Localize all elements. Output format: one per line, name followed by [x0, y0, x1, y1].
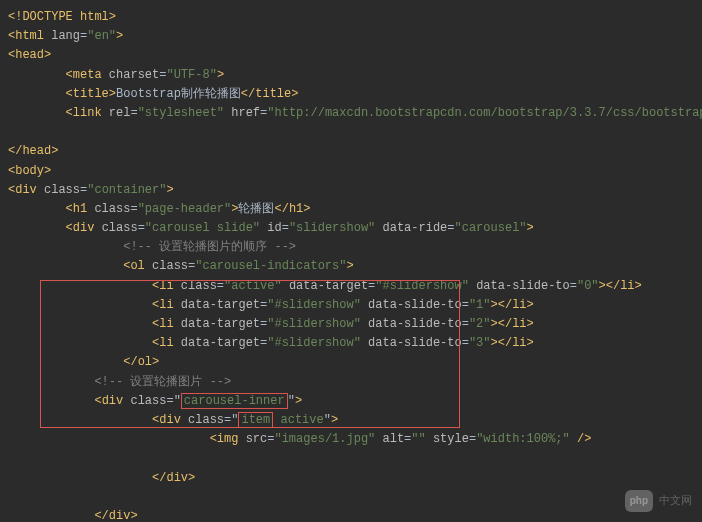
code-editor: <!DOCTYPE html><html lang="en"><head> <m… — [8, 8, 694, 522]
code-line: <div class="carousel slide" id="slidersh… — [8, 219, 694, 238]
code-line: <!-- 设置轮播图片 --> — [8, 373, 694, 392]
code-line: <li data-target="#slidershow" data-slide… — [8, 334, 694, 353]
code-line: <div class="item active"> — [8, 411, 694, 430]
code-line: <link rel="stylesheet" href="http://maxc… — [8, 104, 694, 123]
code-line — [8, 123, 694, 142]
watermark: php 中文网 — [625, 490, 692, 512]
code-line: <!-- 设置轮播图片的顺序 --> — [8, 238, 694, 257]
code-line: </ol> — [8, 353, 694, 372]
code-line: <li data-target="#slidershow" data-slide… — [8, 296, 694, 315]
code-line: <h1 class="page-header">轮播图</h1> — [8, 200, 694, 219]
code-line: <html lang="en"> — [8, 27, 694, 46]
watermark-text: 中文网 — [659, 492, 692, 510]
code-line — [8, 488, 694, 507]
watermark-logo: php — [625, 490, 653, 512]
code-line: </div> — [8, 507, 694, 522]
code-line: </div> — [8, 469, 694, 488]
code-line: </head> — [8, 142, 694, 161]
code-line: <li class="active" data-target="#sliders… — [8, 277, 694, 296]
code-line: <!DOCTYPE html> — [8, 8, 694, 27]
code-line: <meta charset="UTF-8"> — [8, 66, 694, 85]
code-line: <title>Bootstrap制作轮播图</title> — [8, 85, 694, 104]
code-line — [8, 449, 694, 468]
code-line: <img src="images/1.jpg" alt="" style="wi… — [8, 430, 694, 449]
code-line: <li data-target="#slidershow" data-slide… — [8, 315, 694, 334]
code-line: <div class="container"> — [8, 181, 694, 200]
code-line: <body> — [8, 162, 694, 181]
code-line: <head> — [8, 46, 694, 65]
code-line: <div class="carousel-inner"> — [8, 392, 694, 411]
code-line: <ol class="carousel-indicators"> — [8, 257, 694, 276]
